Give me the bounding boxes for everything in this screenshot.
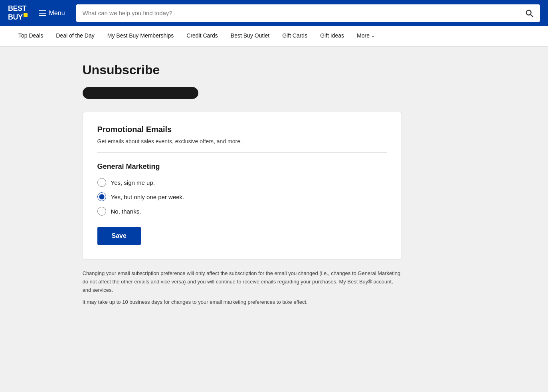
logo[interactable]: BESTBUY	[8, 5, 28, 22]
search-icon	[525, 9, 534, 18]
radio-input-out[interactable]	[97, 207, 106, 216]
subsection-title: General Marketing	[97, 162, 387, 171]
radio-option-all[interactable]: Yes, sign me up.	[97, 178, 387, 187]
main-content: Unsubscribe Promotional Emails Get email…	[75, 47, 474, 335]
radio-input-weekly[interactable]	[97, 192, 106, 201]
search-input[interactable]	[76, 4, 518, 22]
save-button[interactable]: Save	[97, 227, 141, 245]
redacted-email	[83, 87, 198, 99]
nav-item-gift-ideas[interactable]: Gift Ideas	[314, 26, 350, 46]
search-bar	[76, 4, 540, 22]
radio-group: Yes, sign me up. Yes, but only one per w…	[97, 178, 387, 216]
page-title: Unsubscribe	[83, 63, 466, 77]
nav-item-more[interactable]: More ⌄	[350, 26, 381, 46]
radio-option-out[interactable]: No, thanks.	[97, 207, 387, 216]
nav-item-gift-cards[interactable]: Gift Cards	[276, 26, 314, 46]
card-section-desc: Get emails about sales events, exclusive…	[97, 138, 387, 145]
svg-line-1	[530, 14, 533, 17]
subscription-card: Promotional Emails Get emails about sale…	[83, 112, 402, 260]
footnote-1: Changing your email subscription prefere…	[83, 269, 402, 294]
card-section-title: Promotional Emails	[97, 125, 387, 134]
radio-input-all[interactable]	[97, 178, 106, 187]
nav-item-top-deals[interactable]: Top Deals	[12, 26, 49, 46]
chevron-down-icon: ⌄	[371, 34, 374, 38]
footnotes: Changing your email subscription prefere…	[83, 269, 402, 307]
nav-item-best-buy-outlet[interactable]: Best Buy Outlet	[224, 26, 276, 46]
menu-label: Menu	[49, 10, 65, 17]
nav-item-my-best-buy[interactable]: My Best Buy Memberships	[101, 26, 180, 46]
footnote-2: It may take up to 10 business days for c…	[83, 298, 402, 307]
menu-button[interactable]: Menu	[34, 6, 70, 20]
logo-text: BESTBUY	[8, 5, 28, 22]
header: BESTBUY Menu	[0, 0, 548, 26]
nav-item-deal-of-the-day[interactable]: Deal of the Day	[49, 26, 101, 46]
nav-item-credit-cards[interactable]: Credit Cards	[180, 26, 224, 46]
radio-option-weekly[interactable]: Yes, but only one per week.	[97, 192, 387, 201]
search-button[interactable]	[518, 4, 540, 22]
hamburger-icon	[39, 10, 46, 16]
logo-tag	[24, 13, 28, 17]
divider	[97, 152, 387, 153]
navigation: Top Deals Deal of the Day My Best Buy Me…	[0, 26, 548, 47]
